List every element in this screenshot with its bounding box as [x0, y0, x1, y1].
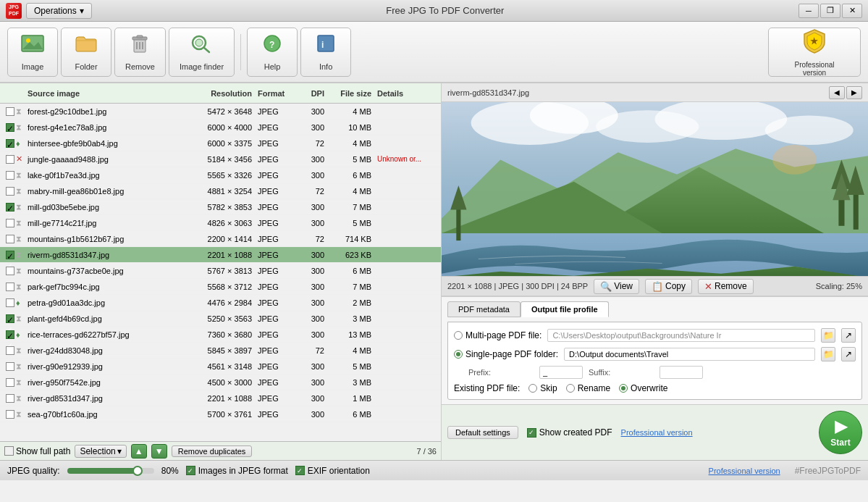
operations-button[interactable]: Operations ▾: [26, 3, 92, 19]
minimize-button[interactable]: ─: [799, 4, 819, 18]
start-button[interactable]: ▶ Start: [819, 411, 862, 454]
selection-button[interactable]: Selection ▾: [75, 445, 126, 458]
row-checkbox[interactable]: [6, 107, 14, 116]
multipage-open-button[interactable]: ↗: [841, 328, 856, 343]
table-row[interactable]: ⧗ mountains-g737acbe0e.jpg 5767 × 3813 J…: [0, 263, 441, 279]
images-jpeg-cb-box[interactable]: ✓: [186, 466, 195, 475]
move-down-button[interactable]: ▼: [151, 444, 167, 459]
singlepage-open-button[interactable]: ↗: [841, 347, 856, 361]
table-row[interactable]: ⧗ forest-g29c10dbe1.jpg 5472 × 3648 JPEG…: [0, 104, 441, 120]
singlepage-radio[interactable]: [454, 350, 463, 359]
skip-radio-option[interactable]: Skip: [528, 383, 557, 393]
rename-radio[interactable]: [566, 384, 575, 393]
singlepage-path-input[interactable]: [564, 348, 815, 361]
rename-radio-option[interactable]: Rename: [566, 383, 610, 393]
statusbar-pro-link[interactable]: Professional version: [709, 467, 780, 475]
table-row[interactable]: ✓ ♦ hintersee-gbfe9b0ab4.jpg 6000 × 3375…: [0, 135, 441, 151]
multipage-radio[interactable]: [454, 331, 463, 340]
row-checkbox[interactable]: [6, 362, 14, 371]
multipage-browse-button[interactable]: 📁: [821, 328, 835, 343]
table-row[interactable]: ⧗ mabry-mill-gea86b01e8.jpg 4881 × 3254 …: [0, 183, 441, 199]
row-checkbox[interactable]: [6, 171, 14, 180]
table-row[interactable]: ⧗ river-g950f7542e.jpg 4500 × 3000 JPEG …: [0, 375, 441, 390]
copy-button[interactable]: 📋 Copy: [645, 279, 692, 294]
overwrite-radio[interactable]: [619, 384, 628, 393]
multipage-path-input[interactable]: [547, 329, 815, 342]
table-row[interactable]: ✕ jungle-gaaaad9488.jpg 5184 × 3456 JPEG…: [0, 151, 441, 167]
multipage-radio-option[interactable]: Multi-page PDF file:: [454, 330, 542, 340]
show-full-path-checkbox[interactable]: Show full path: [4, 446, 70, 456]
row-checkbox[interactable]: [6, 219, 14, 227]
row-checkbox-col: ✓ ⧗: [6, 122, 28, 132]
tab-pdf-metadata[interactable]: PDF metadata: [447, 301, 521, 317]
row-checkbox[interactable]: [6, 378, 14, 387]
overwrite-radio-option[interactable]: Overwrite: [619, 383, 667, 393]
restore-button[interactable]: ❐: [820, 4, 840, 18]
row-checkbox[interactable]: [6, 394, 14, 403]
next-image-button[interactable]: ▶: [846, 86, 862, 99]
row-checkbox[interactable]: [6, 410, 14, 419]
singlepage-browse-button[interactable]: 📁: [821, 347, 835, 361]
table-row[interactable]: ⧗ sea-g70bf1c60a.jpg 5700 × 3761 JPEG 30…: [0, 406, 441, 422]
table-row[interactable]: ♦ petra-g9d01aa3dc.jpg 4476 × 2984 JPEG …: [0, 295, 441, 311]
remove-duplicates-button[interactable]: Remove duplicates: [172, 445, 253, 457]
folder-button[interactable]: Folder: [61, 28, 111, 77]
suffix-input[interactable]: [660, 366, 703, 379]
table-row[interactable]: ✓ ⧗ mill-gd03be5ebe.jpg 5782 × 3853 JPEG…: [0, 199, 441, 215]
table-row[interactable]: ⧗ lake-g0f1b7ea3d.jpg 5565 × 3326 JPEG 3…: [0, 167, 441, 183]
row-checkbox[interactable]: [6, 267, 14, 275]
skip-radio[interactable]: [528, 384, 537, 393]
close-button[interactable]: ✕: [842, 4, 862, 18]
image-button[interactable]: Image: [7, 28, 58, 77]
file-list[interactable]: ⧗ forest-g29c10dbe1.jpg 5472 × 3648 JPEG…: [0, 104, 441, 441]
show-created-pdf-checkbox[interactable]: ✓ Show created PDF: [527, 427, 612, 438]
info-button[interactable]: i Info: [300, 28, 351, 77]
move-up-button[interactable]: ▲: [131, 444, 147, 459]
help-button[interactable]: ? Help: [247, 28, 298, 77]
quality-thumb[interactable]: [132, 466, 143, 476]
row-checkbox[interactable]: [6, 298, 14, 307]
show-pdf-cb-box[interactable]: ✓: [527, 428, 536, 438]
quality-slider[interactable]: [67, 468, 154, 474]
singlepage-radio-option[interactable]: Single-page PDF folder:: [454, 349, 558, 359]
prev-image-button[interactable]: ◀: [829, 86, 845, 99]
hourglass-icon: ⧗: [16, 409, 22, 419]
row-checkbox[interactable]: [6, 235, 14, 243]
table-row[interactable]: ⧗ mill-ge7714c21f.jpg 4826 × 3063 JPEG 3…: [0, 215, 441, 231]
row-checkbox[interactable]: ✓: [6, 139, 14, 148]
remove-preview-button[interactable]: ✕ Remove: [698, 279, 754, 294]
row-checkbox[interactable]: [6, 187, 14, 196]
help-label: Help: [264, 62, 281, 71]
pro-version-link[interactable]: Professional version: [621, 428, 693, 437]
prefix-input[interactable]: [539, 366, 583, 379]
table-row[interactable]: ⧗ park-gef7bc994c.jpg 5568 × 3712 JPEG 3…: [0, 279, 441, 295]
table-row[interactable]: ✓ ⧗ plant-gefd4b69cd.jpg 5250 × 3563 JPE…: [0, 311, 441, 327]
table-row[interactable]: ✓ ♦ rice-terraces-gd6227bf57.jpg 7360 × …: [0, 327, 441, 343]
row-checkbox[interactable]: ✓: [6, 314, 14, 323]
row-checkbox[interactable]: [6, 346, 14, 355]
row-checkbox[interactable]: [6, 155, 14, 164]
pro-version-button[interactable]: ★ Professional version: [768, 28, 861, 77]
row-checkbox[interactable]: ✓: [6, 123, 14, 132]
table-row[interactable]: ✓ ⧗ forest-g4e1ec78a8.jpg 6000 × 4000 JP…: [0, 120, 441, 135]
table-row[interactable]: ✓ ⧗ riverm-gd8531d347.jpg 2201 × 1088 JP…: [0, 247, 441, 263]
default-settings-button[interactable]: Default settings: [447, 426, 518, 439]
table-row[interactable]: ⧗ mountains-g1b5612b67.jpg 2200 × 1414 J…: [0, 231, 441, 247]
exif-orientation-checkbox[interactable]: ✓ EXIF orientation: [295, 466, 370, 476]
table-row[interactable]: ⧗ river-gd8531d347.jpg 2201 × 1088 JPEG …: [0, 390, 441, 406]
row-checkbox[interactable]: ✓: [6, 203, 14, 212]
image-finder-button[interactable]: Image finder: [169, 28, 235, 77]
row-dpi: 300: [298, 378, 330, 387]
view-button[interactable]: 🔍 View: [594, 279, 639, 294]
images-jpeg-checkbox[interactable]: ✓ Images in JPEG format: [186, 466, 288, 476]
tab-output-profile[interactable]: Output file profile: [521, 301, 609, 317]
row-checkbox[interactable]: [6, 283, 14, 291]
table-row[interactable]: ⧗ river-g24dd83048.jpg 5845 × 3897 JPEG …: [0, 343, 441, 359]
row-checkbox[interactable]: ✓: [6, 251, 14, 259]
show-path-cb-box[interactable]: [4, 446, 14, 456]
row-checkbox[interactable]: ✓: [6, 330, 14, 339]
remove-button[interactable]: Remove: [114, 28, 166, 77]
row-dpi: 72: [298, 235, 330, 243]
table-row[interactable]: ⧗ river-g90e912939.jpg 4561 × 3148 JPEG …: [0, 359, 441, 375]
exif-cb-box[interactable]: ✓: [295, 466, 305, 475]
